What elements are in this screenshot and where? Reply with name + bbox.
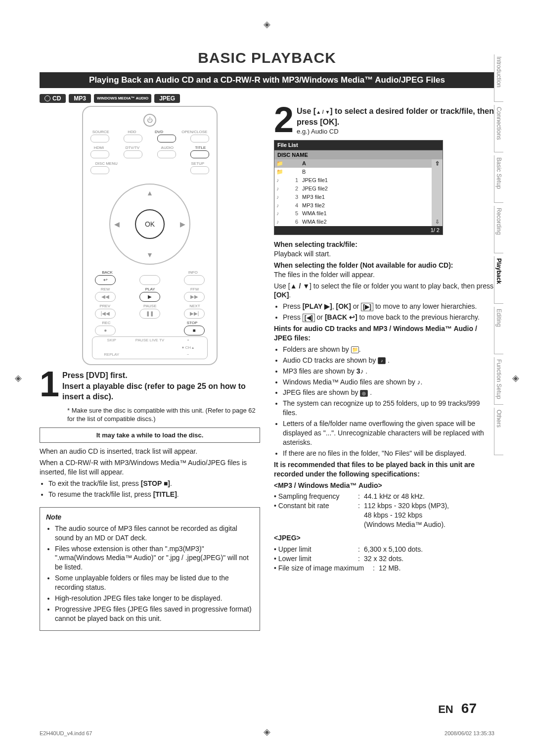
subhead: It is recommended that files to be playe… <box>274 461 475 478</box>
tab-editing: Editing <box>494 307 503 354</box>
remote-label: REPLAY <box>104 352 119 358</box>
remote-button <box>124 135 142 142</box>
list-item: The audio source of MP3 files cannot be … <box>55 524 254 543</box>
power-icon: ⏻ <box>143 114 156 127</box>
list-item: Progressive JPEG files (JPEG files saved… <box>55 605 254 623</box>
arrow-up-icon: ▲ <box>146 189 153 198</box>
cd-track-icon <box>378 357 386 364</box>
tab-function-setup: Function Setup <box>494 357 503 405</box>
chapter-title: BASIC PLAYBACK <box>40 49 494 66</box>
list-item: MP3 files are shown by 3♪ . <box>283 367 494 376</box>
footer-left: E2H40UD_v4.indd 67 <box>40 730 92 736</box>
list-item: Letters of a file/folder name overflowin… <box>283 419 494 447</box>
list-item: Some unplayable folders or files may be … <box>55 573 254 592</box>
body-text: Use [▲ / ▼] to select the file or folder… <box>274 282 494 300</box>
body-text: Playback will start. <box>274 250 331 258</box>
tab-basic-setup: Basic Setup <box>494 155 503 203</box>
remote-bottom-pad: SKIP REPLAY PAUSE LIVE TV + ▾ CH ▴ − <box>92 336 208 359</box>
page-content: BASIC PLAYBACK Playing Back an Audio CD … <box>40 40 494 716</box>
registration-mark: ◈ <box>512 373 519 383</box>
remote-button <box>90 150 109 158</box>
step-1-line-b: Insert a playable disc (refer to page 25… <box>40 381 260 402</box>
screen-header: File List <box>274 141 443 150</box>
loading-box: It may take a while to load the disc. <box>40 427 260 443</box>
step-1-text: When an audio CD is inserted, track list… <box>40 447 260 456</box>
list-item: Audio CD tracks are shown by . <box>283 356 494 365</box>
arrow-down-icon: ▼ <box>146 250 153 260</box>
remote-button <box>184 275 205 285</box>
remote-ffw: ▶▶ <box>184 292 205 302</box>
list-item: Files whose extension is other than ".mp… <box>55 544 254 572</box>
remote-label: − <box>187 352 189 358</box>
remote-dpad: OK ▲ ▼ ◀ ▶ <box>109 184 190 265</box>
step-1-number: 1 <box>40 370 59 399</box>
scroll-up-icon: ⇧ <box>432 159 443 168</box>
arrow-left-icon: ◀ <box>114 220 120 229</box>
print-footer: E2H40UD_v4.indd 67 2008/06/02 13:35:33 <box>40 730 494 736</box>
badge-wma: WINDOWS MEDIA™ AUDIO <box>94 94 151 103</box>
remote-button-dvd <box>157 135 176 142</box>
note-heading: Note <box>46 513 254 522</box>
scroll-down-icon: ⇩ <box>432 218 443 226</box>
remote-next: ▶▶| <box>184 309 205 319</box>
jpeg-icon <box>360 390 368 397</box>
step-1-footnote: * Make sure the disc is compatible with … <box>40 406 260 424</box>
screen-disc-name: DISC NAME <box>274 150 443 160</box>
spec-row: • Sampling frequency: 44.1 kHz or 48 kHz… <box>274 492 494 501</box>
remote-ok: OK <box>135 209 165 239</box>
remote-prev: |◀◀ <box>95 309 116 319</box>
note-list: The audio source of MP3 files cannot be … <box>46 524 254 623</box>
remote-button <box>157 150 176 158</box>
left-column: ⏻ SOURCE HDD DVD OPEN/CLOSE HDMI DTV/TV <box>40 106 260 631</box>
tab-introduction: Introduction <box>494 54 503 102</box>
screen-pager: 1/ 2 <box>274 226 443 235</box>
footer-right: 2008/06/02 13:35:33 <box>445 730 494 736</box>
right-column: 2 Use [▲ / ▼] to select a desired folder… <box>274 106 494 631</box>
tab-playback: Playback <box>494 256 503 304</box>
step-1-text: When a CD-RW/-R with MP3/Windows Media™ … <box>40 458 260 477</box>
badge-cd: CD <box>40 94 66 103</box>
remote-label: ▾ CH ▴ <box>182 345 194 351</box>
subhead: Hints for audio CD tracks and MP3 / Wind… <box>274 325 477 342</box>
remote-diagram: ⏻ SOURCE HDD DVD OPEN/CLOSE HDMI DTV/TV <box>82 106 218 365</box>
section-banner: Playing Back an Audio CD and a CD-RW/-R … <box>40 72 494 88</box>
body-text: The files in the folder will appear. <box>274 271 375 279</box>
wma-icon: ♪ <box>417 378 421 386</box>
list-item: Folders are shown by . <box>283 345 494 354</box>
tab-others: Others <box>494 408 503 455</box>
remote-pause: ❚❚ <box>139 309 160 319</box>
subhead: When selecting track/file: <box>274 240 357 248</box>
remote-label: SKIP <box>107 338 116 343</box>
remote-button <box>90 135 109 142</box>
remote-label: + <box>187 338 189 343</box>
list-item: Windows Media™ Audio files are shown by … <box>283 378 494 387</box>
spec-row: • File size of image maximum: 12 MB. <box>274 564 494 573</box>
remote-button <box>124 150 142 158</box>
list-item: If there are no files in the folder, "No… <box>283 449 494 458</box>
remote-rew: ◀◀ <box>95 292 116 302</box>
list-item: To resume the track/file list, press [TI… <box>48 490 260 499</box>
remote-play: ▶ <box>139 292 160 302</box>
remote-button <box>190 166 209 174</box>
list-item: To exit the track/file list, press [STOP… <box>48 479 260 488</box>
remote-button <box>90 166 109 174</box>
step-2-number: 2 <box>274 106 294 135</box>
badge-mp3: MP3 <box>69 94 91 103</box>
remote-stop: ■ <box>184 326 205 335</box>
list-item: Press [◀] or [BACK ↩] to move back to th… <box>283 313 494 322</box>
onscreen-file-list: File List DISC NAME 📁A⇧ 📁B ♪1JPEG file1 … <box>274 140 443 235</box>
screen-table: 📁A⇧ 📁B ♪1JPEG file1 ♪2JPEG file2 ♪3MP3 f… <box>274 159 443 226</box>
step-2-heading: Use [▲ / ▼] to select a desired folder o… <box>274 106 494 127</box>
remote-rec: ● <box>95 326 116 335</box>
spec-row: • Constant bit rate: 112 kbps - 320 kbps… <box>274 501 494 529</box>
mp3-icon: 3♪ <box>356 367 364 375</box>
step-1-line-a: Press [DVD] first. <box>40 370 260 381</box>
remote-button <box>139 275 160 285</box>
list-item: The system can recognize up to 255 folde… <box>283 399 494 418</box>
spec-heading: <MP3 / Windows Media™ Audio> <box>274 481 382 489</box>
list-item: Press [PLAY ▶], [OK] or [▶] to move to a… <box>283 302 494 311</box>
arrow-right-icon: ▶ <box>180 220 185 229</box>
format-badges: CD MP3 WINDOWS MEDIA™ AUDIO JPEG <box>40 94 494 103</box>
spec-heading: <JPEG> <box>274 534 301 542</box>
badge-jpeg: JPEG <box>154 94 180 103</box>
